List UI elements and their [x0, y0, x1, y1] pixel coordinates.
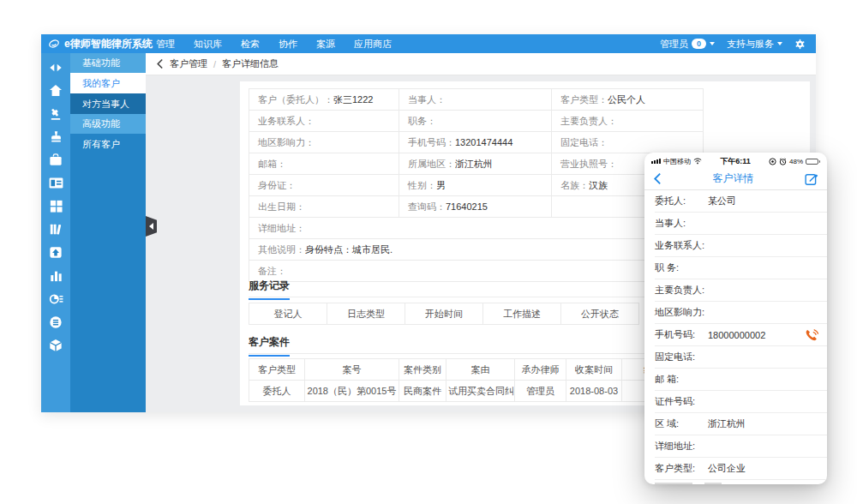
circle-badge-icon[interactable] [41, 310, 70, 333]
field-other-notes: 其他说明： [258, 244, 305, 255]
list-item[interactable]: 区 域:浙江杭州 [655, 413, 827, 435]
list-item[interactable]: 地区影响力: [655, 302, 827, 324]
field-remark: 备注： [258, 266, 286, 276]
chevron-down-icon [710, 42, 715, 45]
id-card-icon[interactable] [41, 171, 70, 195]
back-chevron-icon[interactable] [653, 172, 662, 185]
user-name: 管理员 [660, 38, 688, 51]
paperclip-logo-icon [48, 39, 60, 49]
field-region: 所属地区： [408, 159, 455, 169]
sidebar-group-basic: 基础功能 [70, 53, 146, 73]
list-item[interactable]: 委托人:某公司 [655, 190, 827, 213]
field-query-code: 查询码： [408, 201, 446, 212]
field-main-owner: 主要负责人： [560, 116, 617, 126]
section-title: 服务记录 [249, 279, 290, 300]
menu-item-knowledge[interactable]: 知识库 [184, 34, 231, 53]
field-landline: 固定电话： [560, 137, 608, 147]
list-item[interactable]: 固定电话: [655, 346, 827, 369]
menu-item-cases[interactable]: 案源 [307, 34, 345, 53]
settings-gear-icon[interactable] [794, 39, 806, 50]
chevron-left-icon [149, 223, 153, 230]
field-email: 邮箱： [258, 159, 286, 169]
orientation-lock-icon [769, 158, 776, 165]
back-icon[interactable] [156, 58, 164, 69]
briefcase-icon[interactable] [41, 148, 70, 171]
battery-icon [806, 159, 820, 165]
col-accept-date: 收案时间 [566, 359, 622, 381]
archive-upload-icon[interactable] [41, 241, 70, 264]
field-ethnicity: 名族： [560, 180, 589, 190]
navbar-right: 管理员 0 支持与服务 [660, 38, 816, 51]
sidebar-item-my-clients[interactable]: 我的客户 [70, 73, 146, 93]
sidebar-item-opposing-party[interactable]: 对方当事人 [70, 93, 146, 114]
sidebar-item-all-clients[interactable]: 所有客户 [70, 134, 146, 154]
table-row[interactable]: 委托人 2018（民）第0015号 民商案件 试用买卖合同纠纷 管理员 2018… [249, 381, 704, 402]
status-time: 下午6:11 [704, 156, 766, 167]
col-client-type: 客户类型 [249, 359, 305, 381]
list-item[interactable]: 业务联系人: [655, 235, 827, 257]
collapse-arrows-icon[interactable] [41, 56, 70, 79]
list-item[interactable]: 当事人: [655, 213, 827, 235]
list-item[interactable]: 客户类型:公司企业 [655, 458, 827, 480]
sidebar-group-advanced: 高级功能 [70, 114, 146, 134]
list-item[interactable]: 详细地址: [655, 435, 827, 458]
sidebar-icon-rail [41, 53, 70, 412]
list-item[interactable]: 证件号码: [655, 391, 827, 413]
list-item[interactable]: 主要负责人: [655, 279, 827, 302]
list-item[interactable]: 邮 箱: [655, 369, 827, 391]
edit-compose-icon[interactable] [805, 172, 818, 186]
chevron-down-icon [777, 42, 782, 45]
table-header-row: 客户类型 案号 案件类别 案由 承办律师 收案时间 结案状态 [249, 359, 704, 381]
table-row: 业务联系人： 职务： 主要负责人： [249, 111, 704, 132]
field-client-type: 客户类型： [560, 94, 608, 105]
gavel-icon[interactable] [41, 102, 70, 125]
grid-icon[interactable] [41, 195, 70, 218]
col-case-category: 案件类别 [399, 359, 446, 381]
table-header-row: 登记人 日志类型 开始时间 工作描述 公开状态 [249, 303, 639, 325]
support-menu[interactable]: 支持与服务 [727, 38, 782, 51]
menu-item-manage[interactable]: 管理 [147, 34, 184, 53]
breadcrumb-separator: / [213, 59, 216, 69]
call-phone-icon[interactable] [805, 328, 818, 344]
menu-item-search[interactable]: 检索 [231, 34, 269, 53]
list-item[interactable]: 职 务: [655, 257, 827, 279]
user-menu[interactable]: 管理员 0 [660, 38, 715, 51]
table-row: 客户（委托人）：张三1222 当事人： 客户类型：公民个人 [249, 89, 704, 111]
phone-page-title: 客户详情 [713, 171, 754, 186]
phone-status-bar: 中国移动 下午6:11 48% [644, 153, 827, 168]
client-cases-table: 客户类型 案号 案件类别 案由 承办律师 收案时间 结案状态 委托人 2018（… [249, 358, 704, 402]
cube-icon[interactable] [41, 333, 70, 357]
phone-field-list: 委托人:某公司 当事人: 业务联系人: 职 务: 主要负责人: 地区影响力: 手… [644, 190, 827, 484]
col-lawyer: 承办律师 [515, 359, 566, 381]
field-party: 当事人： [408, 94, 446, 105]
table-row: 详细地址： [249, 218, 704, 239]
app-title: e律师智能律所系统 [64, 37, 153, 51]
stamp-icon[interactable] [41, 125, 70, 148]
field-birth-date: 出生日期： [258, 201, 305, 212]
library-books-icon[interactable] [41, 218, 70, 241]
wifi-icon [693, 158, 702, 165]
list-item-mobile[interactable]: 手机号码:18000000002 [655, 324, 827, 346]
menu-item-appstore[interactable]: 应用商店 [345, 34, 401, 53]
field-job-title: 职务： [408, 116, 436, 126]
table-row: 身份证： 性别：男 名族：汉族 [249, 175, 704, 196]
battery-percent: 48% [789, 158, 803, 165]
col-case-no: 案号 [305, 359, 399, 381]
home-icon[interactable] [41, 79, 70, 102]
menu-item-collab[interactable]: 协作 [269, 34, 307, 53]
col-log-type: 日志类型 [327, 303, 405, 325]
pie-chart-report-icon[interactable] [41, 287, 70, 310]
col-start-time: 开始时间 [405, 303, 483, 325]
table-row: 地区影响力： 手机号码：13201474444 固定电话： [249, 132, 704, 153]
table-row: 出生日期： 查询码：71640215 [249, 196, 704, 218]
breadcrumb-parent[interactable]: 客户管理 [170, 57, 207, 70]
sidebar-collapse-handle[interactable] [146, 216, 157, 237]
col-public-status: 公开状态 [561, 303, 639, 325]
app-logo: e律师智能律所系统 [41, 37, 141, 51]
top-menu: 管理 知识库 检索 协作 案源 应用商店 [147, 34, 401, 53]
breadcrumb: 客户管理 / 客户详细信息 [146, 53, 816, 75]
service-records-table: 登记人 日志类型 开始时间 工作描述 公开状态 [249, 303, 639, 325]
phone-nav-bar: 客户详情 [644, 168, 827, 190]
client-detail-table: 客户（委托人）：张三1222 当事人： 客户类型：公民个人 业务联系人： 职务：… [249, 88, 704, 282]
bar-chart-icon[interactable] [41, 264, 70, 287]
